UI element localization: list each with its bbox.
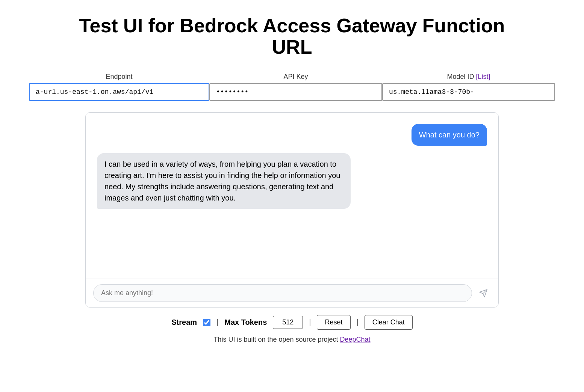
reset-button[interactable]: Reset [317,315,350,330]
model-id-input[interactable] [382,83,555,101]
max-tokens-input[interactable] [273,316,303,329]
assistant-message-bubble: I can be used in a variety of ways, from… [97,153,351,209]
page-title: Test UI for Bedrock Access Gateway Funct… [67,15,517,58]
footer-text: This UI is built on the open source proj… [213,336,340,343]
user-message-bubble: What can you do? [412,124,487,146]
api-key-field: API Key [209,73,382,101]
send-button[interactable] [476,286,491,301]
model-id-field: Model ID [List] [382,73,555,101]
api-key-label: API Key [283,73,308,81]
message-row: I can be used in a variety of ways, from… [97,153,487,209]
deepchat-link[interactable]: DeepChat [340,336,371,343]
stream-label: Stream [171,318,197,327]
endpoint-input[interactable] [29,83,209,101]
message-row: What can you do? [97,124,487,146]
api-key-input[interactable] [209,83,382,101]
divider-3: | [357,318,359,327]
model-id-list-link[interactable]: [List] [476,73,490,80]
chat-messages: What can you do? I can be used in a vari… [86,113,498,279]
model-id-label: Model ID [List] [447,73,490,81]
divider-1: | [216,318,218,327]
chat-input-row [86,279,498,307]
endpoint-field: Endpoint [29,73,209,101]
chat-input[interactable] [93,284,472,302]
controls-row: Stream | Max Tokens | Reset | Clear Chat [171,315,413,330]
clear-chat-button[interactable]: Clear Chat [365,315,413,330]
send-icon [479,289,488,298]
config-row: Endpoint API Key Model ID [List] [67,73,517,101]
stream-checkbox[interactable] [203,319,210,326]
divider-2: | [309,318,311,327]
footer: This UI is built on the open source proj… [213,336,370,344]
chat-container: What can you do? I can be used in a vari… [85,112,499,308]
endpoint-label: Endpoint [106,73,132,81]
max-tokens-label: Max Tokens [224,318,267,327]
